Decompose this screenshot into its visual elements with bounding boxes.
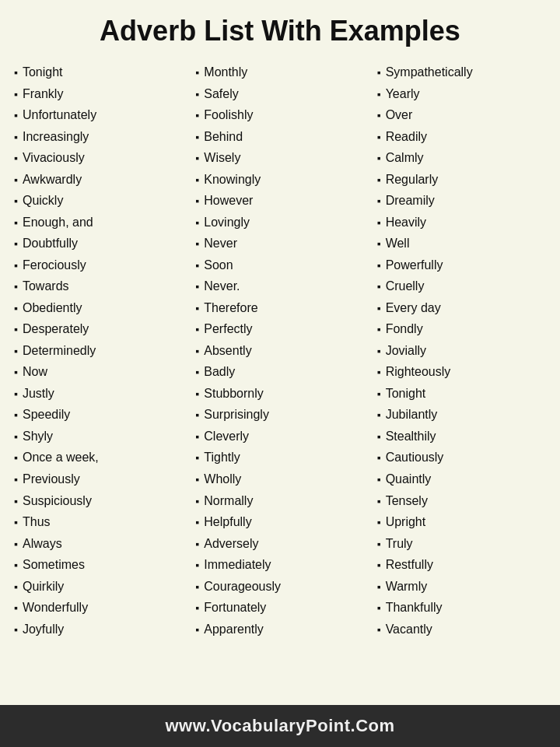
list-item: Jubilantly [377, 404, 546, 426]
list-item: Behind [195, 126, 364, 148]
list-item: Towards [14, 275, 183, 297]
list-item: Suspiciously [14, 490, 183, 512]
list-item: Determinedly [14, 340, 183, 362]
list-item: Well [377, 233, 546, 254]
list-item: Monthly [195, 61, 364, 83]
list-item: Over [377, 104, 546, 126]
list-item: Doubtfully [14, 233, 183, 254]
list-item: Apparently [195, 619, 364, 640]
list-item: Absently [195, 340, 364, 362]
page-title: Adverb List With Examples [16, 14, 544, 47]
column-3-list: SympatheticallyYearlyOverReadilyCalmlyRe… [377, 61, 546, 640]
list-item: Stubbornly [195, 383, 364, 405]
list-item: Wonderfully [14, 597, 183, 619]
list-item: Cleverly [195, 426, 364, 447]
list-item: Tonight [14, 61, 183, 83]
list-item: Once a week, [14, 447, 183, 468]
list-item: Fondly [377, 318, 546, 340]
list-item: Tensely [377, 490, 546, 512]
list-item: Now [14, 361, 183, 383]
list-item: Safely [195, 83, 364, 105]
list-item: Increasingly [14, 126, 183, 148]
list-item: Tightly [195, 447, 364, 468]
list-item: Obediently [14, 297, 183, 319]
list-item: Desperately [14, 318, 183, 340]
list-item: Awkwardly [14, 169, 183, 191]
column-2: MonthlySafelyFoolishlyBehindWiselyKnowin… [189, 61, 370, 697]
list-item: Immediately [195, 554, 364, 576]
column-1-list: TonightFranklyUnfortunatelyIncreasinglyV… [14, 61, 183, 640]
list-item: Restfully [377, 554, 546, 576]
list-item: Never. [195, 275, 364, 297]
list-item: Calmly [377, 147, 546, 169]
list-item: Soon [195, 254, 364, 276]
list-item: Yearly [377, 83, 546, 105]
column-2-list: MonthlySafelyFoolishlyBehindWiselyKnowin… [195, 61, 364, 640]
list-item: Warmly [377, 576, 546, 598]
list-item: Heavily [377, 212, 546, 233]
list-item: Perfectly [195, 318, 364, 340]
list-item: Adversely [195, 533, 364, 555]
list-item: Thankfully [377, 597, 546, 619]
list-item: Vivaciously [14, 147, 183, 169]
list-item: Helpfully [195, 511, 364, 533]
list-item: Cautiously [377, 447, 546, 468]
list-item: Lovingly [195, 212, 364, 233]
list-item: Always [14, 533, 183, 555]
list-item: Badly [195, 361, 364, 383]
list-item: Never [195, 233, 364, 254]
list-item: Ferociously [14, 254, 183, 276]
list-item: Wholly [195, 468, 364, 490]
list-item: Therefore [195, 297, 364, 319]
list-item: Fortunately [195, 597, 364, 619]
list-item: Surprisingly [195, 404, 364, 426]
list-item: Shyly [14, 426, 183, 447]
list-item: Tonight [377, 383, 546, 405]
list-item: Every day [377, 297, 546, 319]
list-item: Truly [377, 533, 546, 555]
list-item: Speedily [14, 404, 183, 426]
list-item: Knowingly [195, 169, 364, 191]
list-item: Readily [377, 126, 546, 148]
list-item: Stealthily [377, 426, 546, 447]
list-item: Quirkily [14, 576, 183, 598]
footer: www.VocabularyPoint.Com [0, 705, 560, 747]
list-item: Enough, and [14, 212, 183, 233]
list-item: Sometimes [14, 554, 183, 576]
list-item: Cruelly [377, 275, 546, 297]
list-item: Justly [14, 383, 183, 405]
list-item: Foolishly [195, 104, 364, 126]
column-1: TonightFranklyUnfortunatelyIncreasinglyV… [8, 61, 189, 697]
list-item: Vacantly [377, 619, 546, 640]
list-item: Unfortunately [14, 104, 183, 126]
list-item: Frankly [14, 83, 183, 105]
list-item: Upright [377, 511, 546, 533]
list-item: Powerfully [377, 254, 546, 276]
list-item: Quickly [14, 190, 183, 212]
list-item: Normally [195, 490, 364, 512]
content-area: TonightFranklyUnfortunatelyIncreasinglyV… [0, 57, 560, 705]
list-item: Quaintly [377, 468, 546, 490]
list-item: Jovially [377, 340, 546, 362]
list-item: Courageously [195, 576, 364, 598]
list-item: Regularly [377, 169, 546, 191]
list-item: Previously [14, 468, 183, 490]
list-item: Wisely [195, 147, 364, 169]
list-item: However [195, 190, 364, 212]
column-3: SympatheticallyYearlyOverReadilyCalmlyRe… [371, 61, 552, 697]
list-item: Righteously [377, 361, 546, 383]
list-item: Sympathetically [377, 61, 546, 83]
list-item: Dreamily [377, 190, 546, 212]
list-item: Thus [14, 511, 183, 533]
list-item: Joyfully [14, 619, 183, 640]
